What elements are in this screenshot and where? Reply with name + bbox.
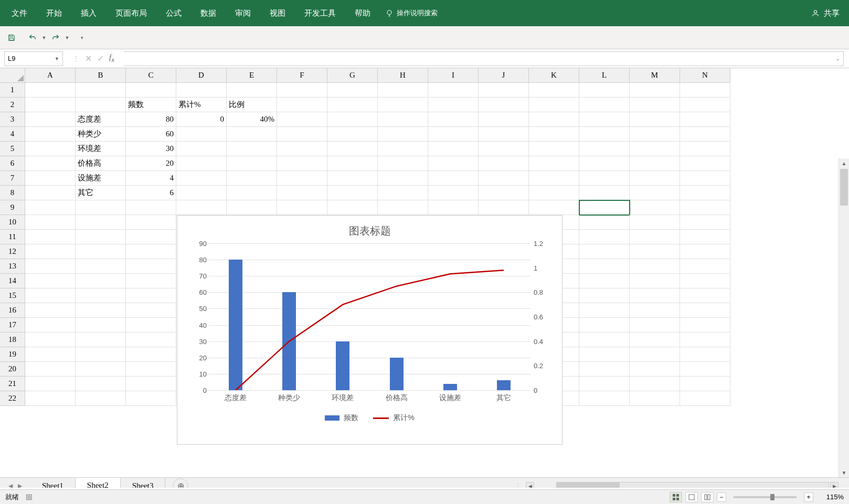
cell-L4[interactable] [579, 127, 630, 142]
ribbon-tab-formulas[interactable]: 公式 [156, 0, 191, 26]
cell-N21[interactable] [680, 377, 730, 391]
cell-G4[interactable] [327, 127, 378, 142]
cell-L11[interactable] [579, 230, 630, 244]
cell-F9[interactable] [277, 200, 327, 215]
cell-E7[interactable] [227, 171, 277, 186]
row-header-5[interactable]: 5 [0, 142, 25, 156]
cell-B2[interactable] [76, 98, 126, 112]
cell-F1[interactable] [277, 83, 327, 98]
redo-button[interactable] [49, 31, 62, 44]
row-header-6[interactable]: 6 [0, 156, 25, 171]
cell-A22[interactable] [25, 391, 76, 406]
ribbon-tab-file[interactable]: 文件 [2, 0, 37, 26]
cell-M8[interactable] [630, 186, 680, 200]
zoom-level[interactable]: 115% [821, 493, 844, 501]
column-header-G[interactable]: G [327, 68, 378, 83]
cell-A3[interactable] [25, 112, 76, 127]
cell-C18[interactable] [126, 333, 176, 347]
row-header-8[interactable]: 8 [0, 186, 25, 200]
cell-F2[interactable] [277, 98, 327, 112]
cell-N14[interactable] [680, 274, 730, 288]
cell-M15[interactable] [630, 288, 680, 303]
cell-M22[interactable] [630, 391, 680, 406]
cell-M10[interactable] [630, 215, 680, 230]
cell-C5[interactable]: 30 [126, 142, 176, 156]
row-header-21[interactable]: 21 [0, 377, 25, 391]
view-page-layout-button[interactable] [685, 492, 698, 502]
cell-D2[interactable]: 累计% [176, 98, 227, 112]
view-page-break-button[interactable] [701, 492, 714, 502]
hscroll-left-icon[interactable]: ◀ [526, 482, 534, 488]
cell-C13[interactable] [126, 259, 176, 274]
cell-D9[interactable] [176, 200, 227, 215]
cell-C14[interactable] [126, 274, 176, 288]
cell-D3[interactable]: 0 [176, 112, 227, 127]
row-header-13[interactable]: 13 [0, 259, 25, 274]
cell-F4[interactable] [277, 127, 327, 142]
cell-N5[interactable] [680, 142, 730, 156]
cell-J6[interactable] [479, 156, 529, 171]
cell-J7[interactable] [479, 171, 529, 186]
row-header-16[interactable]: 16 [0, 303, 25, 318]
cell-N17[interactable] [680, 318, 730, 333]
cell-N22[interactable] [680, 391, 730, 406]
cell-K1[interactable] [529, 83, 579, 98]
cell-J5[interactable] [479, 142, 529, 156]
ribbon-tab-review[interactable]: 审阅 [226, 0, 260, 26]
undo-button[interactable] [26, 31, 39, 44]
row-header-3[interactable]: 3 [0, 112, 25, 127]
cell-K4[interactable] [529, 127, 579, 142]
cell-E4[interactable] [227, 127, 277, 142]
insert-function-button[interactable]: fx [109, 53, 114, 64]
tell-me-search[interactable]: 操作说明搜索 [385, 8, 438, 18]
ribbon-tab-help[interactable]: 帮助 [345, 0, 380, 26]
cell-H4[interactable] [378, 127, 428, 142]
cell-I5[interactable] [428, 142, 479, 156]
cell-C8[interactable]: 6 [126, 186, 176, 200]
cell-L2[interactable] [579, 98, 630, 112]
cell-M13[interactable] [630, 259, 680, 274]
cell-A5[interactable] [25, 142, 76, 156]
row-header-7[interactable]: 7 [0, 171, 25, 186]
cell-N11[interactable] [680, 230, 730, 244]
cell-A15[interactable] [25, 288, 76, 303]
chart-bar[interactable] [497, 380, 511, 390]
sheet-nav-prev-icon[interactable]: ◀ [8, 482, 13, 488]
chart-bar[interactable] [390, 358, 404, 390]
cell-L13[interactable] [579, 259, 630, 274]
column-header-D[interactable]: D [176, 68, 227, 83]
tab-split-icon[interactable]: ⋮ [514, 482, 522, 488]
cell-L21[interactable] [579, 377, 630, 391]
cell-I6[interactable] [428, 156, 479, 171]
column-header-E[interactable]: E [227, 68, 277, 83]
row-header-17[interactable]: 17 [0, 318, 25, 333]
cell-H1[interactable] [378, 83, 428, 98]
cell-N4[interactable] [680, 127, 730, 142]
cell-M4[interactable] [630, 127, 680, 142]
cell-B21[interactable] [76, 377, 126, 391]
add-sheet-button[interactable]: ⊕ [173, 478, 188, 488]
cell-A20[interactable] [25, 362, 76, 377]
cell-A9[interactable] [25, 200, 76, 215]
row-header-20[interactable]: 20 [0, 362, 25, 377]
cell-M2[interactable] [630, 98, 680, 112]
cell-C20[interactable] [126, 362, 176, 377]
cell-N15[interactable] [680, 288, 730, 303]
cell-M5[interactable] [630, 142, 680, 156]
row-header-9[interactable]: 9 [0, 200, 25, 215]
row-header-14[interactable]: 14 [0, 274, 25, 288]
cell-B3[interactable]: 态度差 [76, 112, 126, 127]
cell-A19[interactable] [25, 347, 76, 362]
cell-B20[interactable] [76, 362, 126, 377]
cell-L1[interactable] [579, 83, 630, 98]
row-header-22[interactable]: 22 [0, 391, 25, 406]
qat-customize-dropdown[interactable]: ▾ [79, 31, 85, 44]
legend-item-line[interactable]: 累计% [373, 413, 414, 423]
cell-E3[interactable]: 40% [227, 112, 277, 127]
row-header-18[interactable]: 18 [0, 333, 25, 347]
cell-B7[interactable]: 设施差 [76, 171, 126, 186]
cell-M19[interactable] [630, 347, 680, 362]
cell-C12[interactable] [126, 244, 176, 259]
sheet-tab-sheet1[interactable]: Sheet1 [30, 478, 76, 488]
cell-G1[interactable] [327, 83, 378, 98]
